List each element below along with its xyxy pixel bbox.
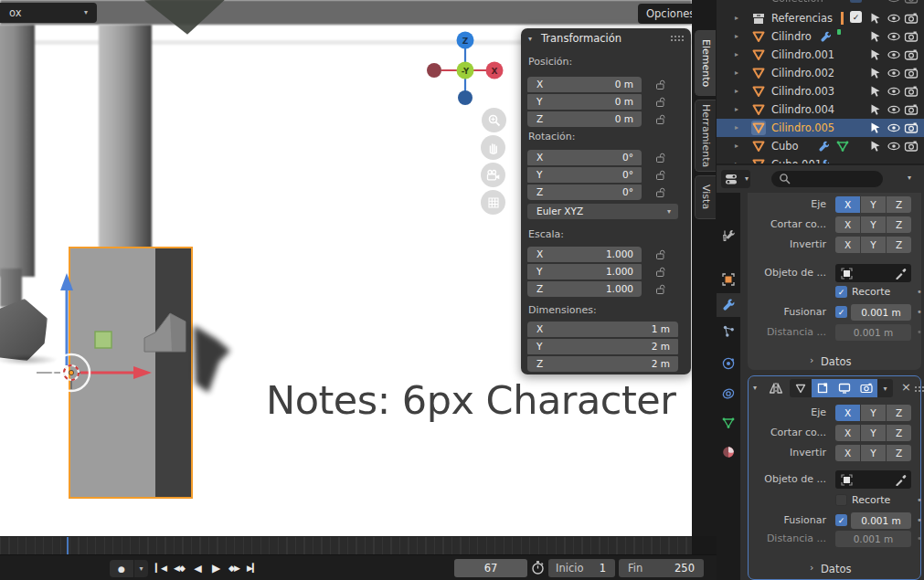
- eye-icon[interactable]: [887, 102, 901, 117]
- position-y-field[interactable]: Y0 m: [527, 94, 642, 110]
- data-subpanel-header[interactable]: › Datos: [748, 353, 921, 370]
- selectable-cursor-icon[interactable]: [868, 66, 883, 80]
- scale-x-field[interactable]: X1.000: [527, 247, 642, 262]
- selectable-cursor-icon[interactable]: [868, 139, 883, 153]
- filter-dropdown-icon[interactable]: ▾: [908, 174, 911, 182]
- axis-z-toggle[interactable]: Z: [887, 196, 911, 213]
- lock-icon[interactable]: [655, 248, 666, 260]
- axis-y-toggle[interactable]: Y: [861, 405, 886, 421]
- flip-z-toggle[interactable]: Z: [887, 445, 911, 461]
- show-render-toggle[interactable]: [855, 379, 877, 397]
- position-x-field[interactable]: X0 m: [527, 77, 642, 92]
- next-keyframe-button[interactable]: ◆▶: [226, 559, 242, 577]
- selectable-cursor-icon[interactable]: [868, 47, 883, 62]
- lock-icon[interactable]: [655, 79, 666, 90]
- lock-icon[interactable]: [655, 96, 666, 108]
- flip-x-toggle[interactable]: X: [835, 237, 860, 253]
- panel-grip[interactable]: [670, 35, 684, 42]
- camera-icon[interactable]: [904, 29, 919, 44]
- panel-collapse-icon[interactable]: ▾: [528, 35, 532, 43]
- lock-icon[interactable]: [655, 169, 666, 181]
- mirror-object-field[interactable]: [835, 470, 911, 489]
- expand-icon[interactable]: ▸: [735, 32, 738, 40]
- camera-icon[interactable]: [904, 84, 919, 99]
- flip-y-toggle[interactable]: Y: [861, 445, 886, 461]
- lock-icon[interactable]: [655, 266, 666, 278]
- dimension-z-field[interactable]: Z2 m: [527, 356, 678, 372]
- jump-end-button[interactable]: ▶▎: [244, 559, 260, 577]
- outliner-row-cilindro-001[interactable]: ▸ Cilindro.001: [717, 46, 924, 64]
- decorator-dot[interactable]: •: [917, 495, 922, 505]
- lock-icon[interactable]: [655, 113, 666, 125]
- camera-view-button[interactable]: [481, 163, 505, 187]
- tab-tool[interactable]: [717, 224, 740, 248]
- pan-button[interactable]: [481, 135, 505, 160]
- scale-y-field[interactable]: Y1.000: [527, 264, 642, 279]
- checkbox[interactable]: ✓: [850, 0, 862, 3]
- selectable-cursor-icon[interactable]: [868, 29, 883, 44]
- tab-herramienta[interactable]: Herramienta: [695, 100, 716, 172]
- camera-icon[interactable]: [904, 102, 919, 117]
- outliner-row-cubo[interactable]: ▸ Cubo: [717, 137, 924, 155]
- clipping-checkbox[interactable]: [835, 494, 847, 506]
- viewport-3d[interactable]: Notes: 6px Character: [0, 0, 692, 536]
- position-z-field[interactable]: Z0 m: [527, 111, 642, 127]
- selected-object-plane[interactable]: [69, 247, 193, 499]
- rotation-y-field[interactable]: Y0°: [527, 167, 642, 183]
- bisect-x-toggle[interactable]: X: [835, 216, 860, 233]
- rotation-mode-dropdown[interactable]: Euler XYZ ▾: [527, 204, 678, 219]
- tab-object[interactable]: [717, 268, 740, 291]
- expand-icon[interactable]: ▸: [735, 69, 738, 77]
- camera-icon[interactable]: [904, 11, 919, 26]
- outliner-row-cubo-001[interactable]: ▸ Cubo.001: [717, 155, 924, 163]
- merge-checkbox[interactable]: ✓: [835, 306, 847, 318]
- tab-physics[interactable]: [717, 352, 740, 375]
- eyedropper-icon[interactable]: [895, 473, 908, 486]
- flip-z-toggle[interactable]: Z: [887, 237, 911, 253]
- data-subpanel-header[interactable]: › Datos: [748, 561, 921, 577]
- camera-icon[interactable]: [904, 0, 919, 5]
- current-frame-field[interactable]: 67: [454, 559, 527, 577]
- axis-x-toggle[interactable]: X: [835, 196, 860, 213]
- modifier-grip[interactable]: [914, 385, 924, 392]
- rotation-z-field[interactable]: Z0°: [527, 185, 642, 200]
- show-realtime-toggle[interactable]: [834, 379, 855, 397]
- eyedropper-icon[interactable]: [895, 267, 908, 279]
- checkbox[interactable]: ✓: [850, 11, 862, 23]
- tab-material[interactable]: [717, 440, 740, 464]
- outliner-row-cilindro-005-selected[interactable]: ▸ Cilindro.005: [717, 119, 924, 137]
- selectable-cursor-icon[interactable]: [868, 121, 883, 135]
- tab-vista[interactable]: Vista: [695, 175, 716, 219]
- eye-icon[interactable]: [887, 66, 901, 80]
- mirror-object-field[interactable]: [835, 264, 911, 282]
- camera-icon[interactable]: [904, 66, 919, 80]
- eye-icon[interactable]: [887, 0, 901, 5]
- expand-icon[interactable]: ▸: [735, 123, 738, 132]
- rotation-x-field[interactable]: X0°: [527, 150, 642, 165]
- bisect-x-toggle[interactable]: X: [835, 425, 860, 441]
- merge-checkbox[interactable]: ✓: [835, 514, 847, 526]
- bisect-z-toggle[interactable]: Z: [887, 216, 911, 233]
- outliner-row-cilindro-002[interactable]: ▸ Cilindro.002: [717, 64, 924, 82]
- prev-keyframe-button[interactable]: ◀◆: [171, 559, 187, 577]
- eye-icon[interactable]: [887, 139, 901, 153]
- stopwatch-icon[interactable]: [530, 560, 546, 575]
- editor-type-button[interactable]: ▾: [721, 170, 750, 188]
- axis-y-toggle[interactable]: Y: [861, 196, 886, 213]
- viewport-mode-dropdown[interactable]: ox ▾: [0, 3, 97, 23]
- outliner-row-cilindro[interactable]: ▸ Cilindro: [717, 27, 924, 46]
- flip-y-toggle[interactable]: Y: [861, 237, 886, 253]
- eye-icon[interactable]: [887, 47, 901, 62]
- dimension-y-field[interactable]: Y2 m: [527, 339, 678, 354]
- bisect-y-toggle[interactable]: Y: [861, 216, 886, 233]
- eye-icon[interactable]: [887, 84, 901, 99]
- selectable-cursor-icon[interactable]: [868, 11, 883, 26]
- timeline-strip[interactable]: [0, 536, 692, 554]
- bisect-y-toggle[interactable]: Y: [861, 425, 886, 441]
- merge-threshold-field[interactable]: 0.001 m: [851, 304, 911, 321]
- tab-constraints[interactable]: [717, 382, 740, 406]
- expand-icon[interactable]: ▸: [735, 14, 738, 22]
- tab-particles[interactable]: [717, 320, 740, 343]
- scale-z-field[interactable]: Z1.000: [527, 281, 642, 297]
- frame-start-field[interactable]: Inicio 1: [548, 559, 615, 577]
